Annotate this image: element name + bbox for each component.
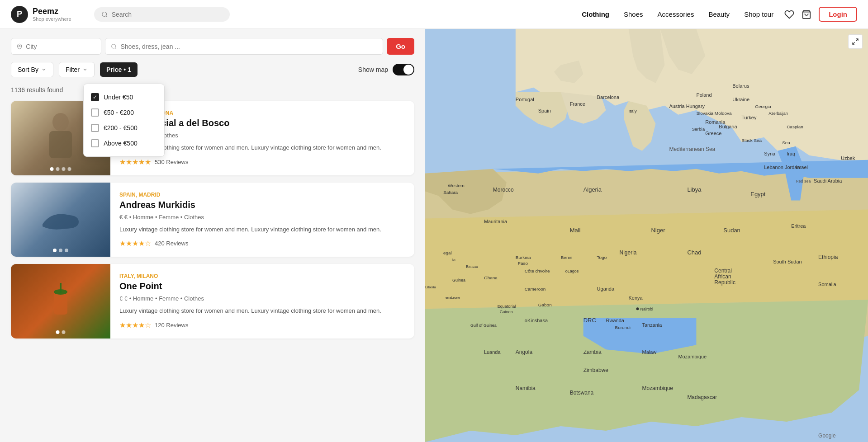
svg-point-4 — [112, 44, 116, 48]
svg-text:Slovakia Moldova: Slovakia Moldova — [696, 111, 732, 116]
city-input-wrapper[interactable] — [11, 38, 101, 55]
shoe-silhouette — [38, 206, 83, 233]
svg-text:Eritrea: Eritrea — [791, 223, 806, 229]
card-rating-0: ★★★★★ 530 Reviews — [119, 158, 405, 166]
logo-icon: P — [11, 6, 28, 23]
svg-text:Saudi Arabia: Saudi Arabia — [814, 178, 842, 183]
card-rating-2: ★★★★☆ 120 Reviews — [119, 321, 405, 329]
price-option-3[interactable]: Above €500 — [91, 136, 157, 151]
price-button[interactable]: Price • 1 — [100, 62, 138, 77]
svg-text:Nigeria: Nigeria — [620, 249, 637, 256]
svg-text:Cameroon: Cameroon — [525, 287, 546, 292]
nav-beauty[interactable]: Beauty — [708, 10, 730, 18]
svg-text:Angola: Angola — [516, 349, 533, 355]
cart-button[interactable] — [802, 9, 811, 19]
login-button[interactable]: Login — [819, 7, 857, 22]
drink-silhouette — [43, 278, 79, 324]
header: P Peemz Shop everywhere Clothing Shoes A… — [0, 0, 868, 29]
main-layout: Go Sort By Filter Price • 1 Under €50 — [0, 29, 868, 442]
svg-text:Iraq: Iraq — [787, 151, 795, 156]
svg-text:Western: Western — [448, 183, 465, 188]
nav-shop-tour[interactable]: Shop tour — [744, 10, 773, 18]
svg-text:Caspian: Caspian — [787, 124, 803, 129]
svg-text:Madagascar: Madagascar — [687, 394, 717, 400]
svg-text:Ghana: Ghana — [484, 275, 498, 280]
dot — [50, 167, 54, 171]
show-map-toggle[interactable] — [393, 64, 414, 75]
svg-text:South Sudan: South Sudan — [773, 259, 802, 264]
sort-by-button[interactable]: Sort By — [11, 62, 53, 77]
map-expand-button[interactable] — [848, 34, 863, 49]
price-option-1[interactable]: €50 - €200 — [91, 105, 157, 120]
svg-text:Luanda: Luanda — [484, 349, 501, 355]
checkbox-2[interactable] — [91, 124, 99, 132]
card-image-2 — [11, 264, 110, 339]
filter-button[interactable]: Filter — [59, 62, 95, 77]
svg-text:erraLeone: erraLeone — [446, 296, 460, 299]
svg-line-1 — [106, 15, 107, 17]
svg-text:Red sea: Red sea — [796, 179, 811, 183]
svg-text:Guinea: Guinea — [500, 310, 513, 314]
svg-rect-7 — [49, 131, 72, 158]
product-input[interactable] — [120, 43, 377, 50]
svg-text:Lebanon Jordan: Lebanon Jordan — [764, 165, 800, 170]
svg-text:Côte d'Ivoire: Côte d'Ivoire — [525, 268, 550, 273]
svg-text:Tanzania: Tanzania — [642, 322, 663, 328]
card-location-1: SPAIN, MADRID — [119, 192, 405, 198]
cart-icon — [802, 9, 811, 19]
city-input[interactable] — [26, 43, 95, 50]
product-search-wrapper[interactable] — [105, 38, 383, 55]
svg-text:Sahara: Sahara — [443, 190, 458, 195]
svg-text:Google: Google — [818, 433, 836, 439]
svg-text:Turkey: Turkey — [741, 115, 757, 120]
store-card-1: SPAIN, MADRID Andreas Murkidis € € • Hom… — [11, 183, 414, 257]
svg-text:African: African — [714, 273, 731, 280]
map-svg: Portugal Spain France Barcelona Italy Au… — [425, 29, 868, 442]
nav-accessories[interactable]: Accessories — [658, 10, 694, 18]
card-name-2: One Point — [119, 281, 405, 292]
wishlist-button[interactable] — [784, 9, 794, 19]
price-option-2[interactable]: €200 - €500 — [91, 120, 157, 136]
svg-text:Greece: Greece — [705, 131, 721, 136]
checkbox-3[interactable] — [91, 139, 99, 147]
svg-text:Nairobi: Nairobi — [640, 307, 653, 311]
svg-text:Namibia: Namibia — [516, 385, 536, 391]
go-button[interactable]: Go — [387, 38, 414, 55]
svg-text:ia: ia — [452, 258, 455, 262]
card-content-1: SPAIN, MADRID Andreas Murkidis € € • Hom… — [110, 183, 414, 257]
svg-text:Zambia: Zambia — [583, 349, 602, 355]
svg-text:Bissau: Bissau — [466, 264, 478, 269]
svg-text:Guinea: Guinea — [452, 278, 465, 282]
svg-text:Republic: Republic — [714, 279, 735, 286]
card-tags-1: € € • Homme • Femme • Clothes — [119, 214, 405, 221]
svg-text:Portugal: Portugal — [516, 97, 534, 102]
search-icon — [101, 11, 108, 18]
svg-text:Faso: Faso — [518, 261, 528, 266]
header-search-bar[interactable] — [94, 7, 230, 22]
svg-text:Ethiopia: Ethiopia — [818, 254, 838, 260]
svg-text:Mozambique: Mozambique — [642, 385, 674, 391]
svg-text:Burkina: Burkina — [516, 255, 531, 260]
dot — [56, 330, 60, 334]
svg-rect-8 — [54, 292, 67, 315]
svg-line-11 — [856, 39, 858, 41]
svg-text:Serbia: Serbia — [692, 127, 705, 132]
show-map-label: Show map — [358, 66, 388, 73]
checkbox-0[interactable] — [91, 93, 99, 101]
left-panel: Go Sort By Filter Price • 1 Under €50 — [0, 29, 425, 442]
price-option-label-1: €50 - €200 — [104, 109, 134, 116]
nav-clothing[interactable]: Clothing — [582, 10, 609, 18]
svg-text:Malawi: Malawi — [642, 349, 658, 355]
chevron-down-icon-2 — [82, 67, 88, 72]
price-option-0[interactable]: Under €50 — [91, 89, 157, 105]
dot — [59, 249, 62, 252]
checkbox-1[interactable] — [91, 108, 99, 117]
map-panel: Portugal Spain France Barcelona Italy Au… — [425, 29, 868, 442]
dot — [65, 249, 68, 252]
nav-shoes[interactable]: Shoes — [624, 10, 643, 18]
header-search-input[interactable] — [112, 11, 223, 18]
svg-text:Morocco: Morocco — [493, 187, 514, 193]
svg-text:Syria: Syria — [764, 151, 776, 156]
stars-1: ★★★★☆ — [119, 239, 151, 248]
dot — [56, 167, 60, 171]
